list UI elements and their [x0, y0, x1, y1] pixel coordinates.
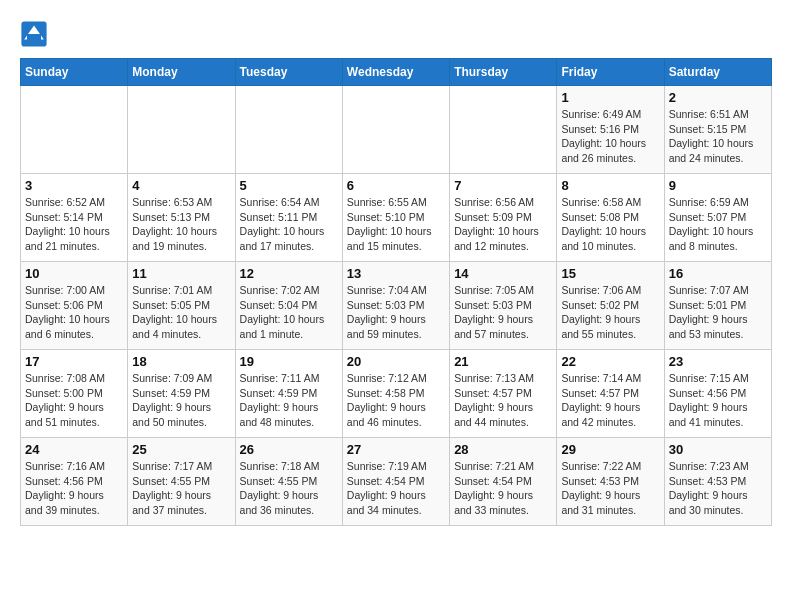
calendar-cell: 25Sunrise: 7:17 AM Sunset: 4:55 PM Dayli… — [128, 438, 235, 526]
day-number: 8 — [561, 178, 659, 193]
calendar-week-row: 17Sunrise: 7:08 AM Sunset: 5:00 PM Dayli… — [21, 350, 772, 438]
weekday-header: Thursday — [450, 59, 557, 86]
weekday-header: Saturday — [664, 59, 771, 86]
calendar-cell: 29Sunrise: 7:22 AM Sunset: 4:53 PM Dayli… — [557, 438, 664, 526]
day-info: Sunrise: 6:54 AM Sunset: 5:11 PM Dayligh… — [240, 195, 338, 254]
calendar-table: SundayMondayTuesdayWednesdayThursdayFrid… — [20, 58, 772, 526]
day-number: 30 — [669, 442, 767, 457]
logo — [20, 20, 52, 48]
calendar-cell: 21Sunrise: 7:13 AM Sunset: 4:57 PM Dayli… — [450, 350, 557, 438]
calendar-cell: 10Sunrise: 7:00 AM Sunset: 5:06 PM Dayli… — [21, 262, 128, 350]
calendar-cell — [21, 86, 128, 174]
day-number: 6 — [347, 178, 445, 193]
day-number: 19 — [240, 354, 338, 369]
day-info: Sunrise: 7:11 AM Sunset: 4:59 PM Dayligh… — [240, 371, 338, 430]
calendar-cell: 28Sunrise: 7:21 AM Sunset: 4:54 PM Dayli… — [450, 438, 557, 526]
calendar-cell: 7Sunrise: 6:56 AM Sunset: 5:09 PM Daylig… — [450, 174, 557, 262]
calendar-cell: 24Sunrise: 7:16 AM Sunset: 4:56 PM Dayli… — [21, 438, 128, 526]
day-info: Sunrise: 7:22 AM Sunset: 4:53 PM Dayligh… — [561, 459, 659, 518]
day-info: Sunrise: 7:04 AM Sunset: 5:03 PM Dayligh… — [347, 283, 445, 342]
day-info: Sunrise: 7:01 AM Sunset: 5:05 PM Dayligh… — [132, 283, 230, 342]
weekday-header: Friday — [557, 59, 664, 86]
day-number: 18 — [132, 354, 230, 369]
day-number: 25 — [132, 442, 230, 457]
day-info: Sunrise: 6:49 AM Sunset: 5:16 PM Dayligh… — [561, 107, 659, 166]
day-info: Sunrise: 6:52 AM Sunset: 5:14 PM Dayligh… — [25, 195, 123, 254]
calendar-cell: 3Sunrise: 6:52 AM Sunset: 5:14 PM Daylig… — [21, 174, 128, 262]
calendar-cell: 30Sunrise: 7:23 AM Sunset: 4:53 PM Dayli… — [664, 438, 771, 526]
day-number: 7 — [454, 178, 552, 193]
weekday-header: Tuesday — [235, 59, 342, 86]
day-number: 15 — [561, 266, 659, 281]
logo-icon — [20, 20, 48, 48]
calendar-cell: 17Sunrise: 7:08 AM Sunset: 5:00 PM Dayli… — [21, 350, 128, 438]
day-number: 24 — [25, 442, 123, 457]
calendar-cell: 1Sunrise: 6:49 AM Sunset: 5:16 PM Daylig… — [557, 86, 664, 174]
calendar-cell: 14Sunrise: 7:05 AM Sunset: 5:03 PM Dayli… — [450, 262, 557, 350]
day-info: Sunrise: 6:51 AM Sunset: 5:15 PM Dayligh… — [669, 107, 767, 166]
day-info: Sunrise: 6:55 AM Sunset: 5:10 PM Dayligh… — [347, 195, 445, 254]
day-info: Sunrise: 7:17 AM Sunset: 4:55 PM Dayligh… — [132, 459, 230, 518]
day-number: 22 — [561, 354, 659, 369]
day-number: 1 — [561, 90, 659, 105]
day-number: 20 — [347, 354, 445, 369]
calendar-week-row: 10Sunrise: 7:00 AM Sunset: 5:06 PM Dayli… — [21, 262, 772, 350]
calendar-cell: 26Sunrise: 7:18 AM Sunset: 4:55 PM Dayli… — [235, 438, 342, 526]
weekday-header: Wednesday — [342, 59, 449, 86]
weekday-header: Sunday — [21, 59, 128, 86]
calendar-week-row: 1Sunrise: 6:49 AM Sunset: 5:16 PM Daylig… — [21, 86, 772, 174]
calendar-cell: 16Sunrise: 7:07 AM Sunset: 5:01 PM Dayli… — [664, 262, 771, 350]
calendar-cell: 8Sunrise: 6:58 AM Sunset: 5:08 PM Daylig… — [557, 174, 664, 262]
day-number: 12 — [240, 266, 338, 281]
day-number: 21 — [454, 354, 552, 369]
day-info: Sunrise: 6:53 AM Sunset: 5:13 PM Dayligh… — [132, 195, 230, 254]
calendar-week-row: 3Sunrise: 6:52 AM Sunset: 5:14 PM Daylig… — [21, 174, 772, 262]
day-number: 4 — [132, 178, 230, 193]
day-info: Sunrise: 6:59 AM Sunset: 5:07 PM Dayligh… — [669, 195, 767, 254]
calendar-cell: 12Sunrise: 7:02 AM Sunset: 5:04 PM Dayli… — [235, 262, 342, 350]
day-number: 13 — [347, 266, 445, 281]
day-info: Sunrise: 7:07 AM Sunset: 5:01 PM Dayligh… — [669, 283, 767, 342]
calendar-cell — [128, 86, 235, 174]
weekday-header: Monday — [128, 59, 235, 86]
calendar-cell: 22Sunrise: 7:14 AM Sunset: 4:57 PM Dayli… — [557, 350, 664, 438]
day-number: 23 — [669, 354, 767, 369]
calendar-cell: 2Sunrise: 6:51 AM Sunset: 5:15 PM Daylig… — [664, 86, 771, 174]
day-number: 3 — [25, 178, 123, 193]
calendar-cell: 5Sunrise: 6:54 AM Sunset: 5:11 PM Daylig… — [235, 174, 342, 262]
day-info: Sunrise: 7:18 AM Sunset: 4:55 PM Dayligh… — [240, 459, 338, 518]
day-info: Sunrise: 7:05 AM Sunset: 5:03 PM Dayligh… — [454, 283, 552, 342]
day-number: 10 — [25, 266, 123, 281]
calendar-cell: 23Sunrise: 7:15 AM Sunset: 4:56 PM Dayli… — [664, 350, 771, 438]
day-info: Sunrise: 7:12 AM Sunset: 4:58 PM Dayligh… — [347, 371, 445, 430]
calendar-cell — [450, 86, 557, 174]
calendar-cell: 15Sunrise: 7:06 AM Sunset: 5:02 PM Dayli… — [557, 262, 664, 350]
day-info: Sunrise: 7:14 AM Sunset: 4:57 PM Dayligh… — [561, 371, 659, 430]
page-header — [20, 20, 772, 48]
calendar-cell: 18Sunrise: 7:09 AM Sunset: 4:59 PM Dayli… — [128, 350, 235, 438]
svg-rect-2 — [27, 34, 41, 41]
day-number: 14 — [454, 266, 552, 281]
day-info: Sunrise: 7:06 AM Sunset: 5:02 PM Dayligh… — [561, 283, 659, 342]
day-number: 11 — [132, 266, 230, 281]
day-number: 29 — [561, 442, 659, 457]
calendar-cell: 27Sunrise: 7:19 AM Sunset: 4:54 PM Dayli… — [342, 438, 449, 526]
calendar-cell: 6Sunrise: 6:55 AM Sunset: 5:10 PM Daylig… — [342, 174, 449, 262]
day-number: 17 — [25, 354, 123, 369]
day-info: Sunrise: 7:09 AM Sunset: 4:59 PM Dayligh… — [132, 371, 230, 430]
day-info: Sunrise: 7:02 AM Sunset: 5:04 PM Dayligh… — [240, 283, 338, 342]
day-info: Sunrise: 7:13 AM Sunset: 4:57 PM Dayligh… — [454, 371, 552, 430]
calendar-cell: 11Sunrise: 7:01 AM Sunset: 5:05 PM Dayli… — [128, 262, 235, 350]
day-number: 5 — [240, 178, 338, 193]
calendar-cell — [235, 86, 342, 174]
day-number: 16 — [669, 266, 767, 281]
calendar-cell: 13Sunrise: 7:04 AM Sunset: 5:03 PM Dayli… — [342, 262, 449, 350]
day-info: Sunrise: 7:00 AM Sunset: 5:06 PM Dayligh… — [25, 283, 123, 342]
calendar-week-row: 24Sunrise: 7:16 AM Sunset: 4:56 PM Dayli… — [21, 438, 772, 526]
day-info: Sunrise: 7:15 AM Sunset: 4:56 PM Dayligh… — [669, 371, 767, 430]
day-info: Sunrise: 6:56 AM Sunset: 5:09 PM Dayligh… — [454, 195, 552, 254]
calendar-header-row: SundayMondayTuesdayWednesdayThursdayFrid… — [21, 59, 772, 86]
day-number: 2 — [669, 90, 767, 105]
calendar-cell: 20Sunrise: 7:12 AM Sunset: 4:58 PM Dayli… — [342, 350, 449, 438]
calendar-cell — [342, 86, 449, 174]
